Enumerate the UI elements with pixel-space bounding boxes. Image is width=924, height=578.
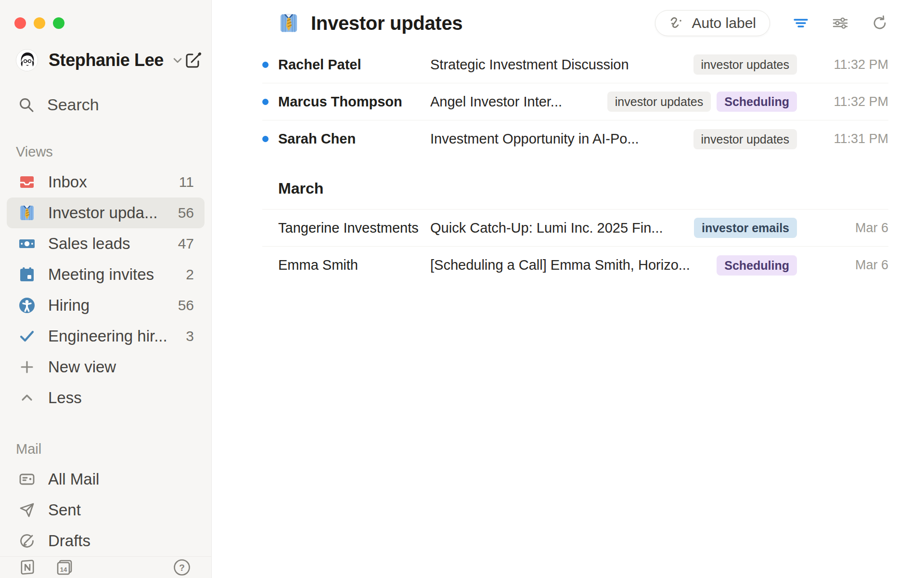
necktie-icon xyxy=(17,204,37,222)
minimize-window-button[interactable] xyxy=(34,17,45,29)
main-content: Investor updates Auto label xyxy=(212,0,924,578)
filter-icon[interactable] xyxy=(792,14,809,32)
auto-label-button[interactable]: Auto label xyxy=(655,10,770,36)
label-badge[interactable]: investor updates xyxy=(693,129,797,149)
app-window: Stephanie Lee Search Views xyxy=(0,0,924,578)
close-window-button[interactable] xyxy=(14,17,26,29)
paper-plane-icon xyxy=(17,501,37,519)
label-badge[interactable]: investor updates xyxy=(693,54,797,75)
email-labels: investor emails xyxy=(694,218,797,238)
compose-icon[interactable] xyxy=(184,51,203,70)
sidebar-item-count: 3 xyxy=(186,328,194,344)
sidebar-item-meeting-invites[interactable]: Meeting invites 2 xyxy=(7,259,205,290)
sidebar: Stephanie Lee Search Views xyxy=(0,0,212,578)
new-view-button[interactable]: New view xyxy=(7,352,205,382)
label-badge[interactable]: Scheduling xyxy=(717,92,797,112)
email-labels: investor updates Scheduling xyxy=(607,92,797,112)
notion-calendar-icon[interactable]: 14 xyxy=(55,558,74,577)
email-sender: Rachel Patel xyxy=(278,57,430,73)
banknote-icon xyxy=(17,235,37,252)
sidebar-item-count: 47 xyxy=(178,236,194,252)
month-label: March xyxy=(278,180,323,197)
auto-label-wand-icon xyxy=(669,15,684,31)
profile-name[interactable]: Stephanie Lee xyxy=(49,50,164,70)
sidebar-item-label: Drafts xyxy=(48,532,90,550)
drafts-pencil-icon xyxy=(17,532,37,550)
email-time: 11:32 PM xyxy=(797,94,888,109)
sidebar-item-label: Sent xyxy=(48,501,81,519)
sliders-icon[interactable] xyxy=(832,14,849,32)
email-sender: Marcus Thompson xyxy=(278,94,430,110)
less-label: Less xyxy=(48,389,82,407)
zoom-window-button[interactable] xyxy=(53,17,64,29)
views-section-label: Views xyxy=(16,144,211,160)
email-subject: [Scheduling a Call] Emma Smith, Horizo..… xyxy=(430,257,707,273)
sidebar-bottom-bar: 14 ? xyxy=(0,556,211,578)
email-labels: investor updates xyxy=(693,54,797,75)
email-sender: Tangerine Investments xyxy=(278,220,430,236)
search-label: Search xyxy=(47,95,99,114)
svg-text:14: 14 xyxy=(60,566,67,573)
sidebar-item-label: Investor upda... xyxy=(48,204,157,222)
views-nav: Inbox 11 Investor upda... 56 xyxy=(0,167,211,413)
refresh-icon[interactable] xyxy=(871,14,888,32)
sidebar-item-label: Meeting invites xyxy=(48,265,154,284)
necktie-icon xyxy=(278,13,299,34)
sidebar-item-count: 2 xyxy=(186,266,194,283)
email-list: Rachel Patel Strategic Investment Discus… xyxy=(212,46,924,284)
email-row[interactable]: Marcus Thompson Angel Investor Inter... … xyxy=(262,83,888,120)
email-time: Mar 6 xyxy=(797,221,888,236)
sidebar-item-count: 56 xyxy=(178,205,194,221)
email-time: Mar 6 xyxy=(797,258,888,273)
sidebar-item-hiring[interactable]: Hiring 56 xyxy=(7,290,205,321)
label-badge[interactable]: Scheduling xyxy=(717,255,797,276)
email-row[interactable]: Emma Smith [Scheduling a Call] Emma Smit… xyxy=(262,247,888,284)
month-section-header: March xyxy=(262,158,888,210)
email-subject: Quick Catch-Up: Lumi Inc. 2025 Fin... xyxy=(430,220,684,236)
auto-label-label: Auto label xyxy=(692,15,756,31)
view-header: Investor updates Auto label xyxy=(212,0,924,46)
search-row[interactable]: Search xyxy=(18,95,211,114)
label-badge[interactable]: investor emails xyxy=(694,218,797,238)
unread-dot xyxy=(262,62,269,68)
help-icon[interactable]: ? xyxy=(173,558,191,577)
email-labels: investor updates xyxy=(693,129,797,149)
sidebar-item-sales-leads[interactable]: Sales leads 47 xyxy=(7,228,205,259)
sidebar-item-sent[interactable]: Sent xyxy=(7,495,205,525)
sidebar-item-label: Inbox xyxy=(48,173,87,191)
sidebar-item-investor-updates[interactable]: Investor upda... 56 xyxy=(7,197,205,228)
email-row[interactable]: Tangerine Investments Quick Catch-Up: Lu… xyxy=(262,210,888,247)
email-sender: Sarah Chen xyxy=(278,131,430,147)
person-circle-icon xyxy=(17,297,37,314)
less-button[interactable]: Less xyxy=(7,382,205,413)
notion-logo-icon[interactable] xyxy=(18,558,37,577)
all-mail-icon xyxy=(17,471,37,488)
email-time: 11:31 PM xyxy=(797,131,888,146)
email-time: 11:32 PM xyxy=(797,57,888,72)
svg-text:?: ? xyxy=(179,563,185,573)
email-row[interactable]: Sarah Chen Investment Opportunity in AI-… xyxy=(262,120,888,158)
profile-row: Stephanie Lee xyxy=(16,49,198,71)
unread-dot xyxy=(262,136,269,142)
unread-dot xyxy=(262,99,269,105)
email-row[interactable]: Rachel Patel Strategic Investment Discus… xyxy=(262,46,888,83)
search-icon xyxy=(18,97,35,113)
email-sender: Emma Smith xyxy=(278,257,430,273)
sidebar-item-label: Engineering hir... xyxy=(48,327,167,345)
chevron-up-icon xyxy=(17,390,37,406)
inbox-tray-icon xyxy=(17,173,37,191)
calendar-icon xyxy=(17,266,37,283)
sidebar-item-inbox[interactable]: Inbox 11 xyxy=(7,167,205,197)
sidebar-item-count: 11 xyxy=(179,174,194,190)
sidebar-item-engineering-hiring[interactable]: Engineering hir... 3 xyxy=(7,321,205,352)
avatar[interactable] xyxy=(16,49,38,71)
sidebar-item-drafts[interactable]: Drafts xyxy=(7,525,205,556)
label-badge[interactable]: investor updates xyxy=(607,92,711,112)
window-controls xyxy=(0,0,211,29)
sidebar-item-label: Hiring xyxy=(48,296,90,315)
mail-nav: All Mail Sent Drafts xyxy=(0,464,211,556)
sidebar-item-all-mail[interactable]: All Mail xyxy=(7,464,205,495)
sidebar-item-count: 56 xyxy=(178,297,194,314)
chevron-down-icon[interactable] xyxy=(171,54,184,66)
new-view-label: New view xyxy=(48,358,116,376)
